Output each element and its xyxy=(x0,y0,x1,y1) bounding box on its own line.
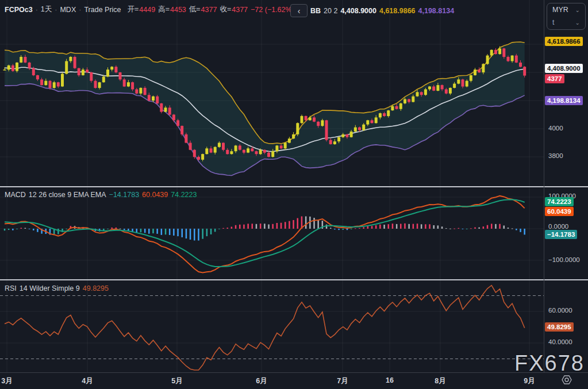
bb-lower-badge: 4,198.8134 xyxy=(545,96,583,105)
time-tick-label: 5月 xyxy=(171,376,182,386)
bb-params: 20 2 xyxy=(324,7,337,15)
unit-value: t xyxy=(552,18,554,26)
bb-upper-badge: 4,618.9866 xyxy=(545,37,583,46)
price-level-4000: 4000 xyxy=(548,125,563,132)
bb-lower-value: 4,198.8134 xyxy=(418,7,455,15)
macd-level-zero: 0.0000 xyxy=(548,223,568,230)
time-tick-label: 7月 xyxy=(337,376,348,386)
time-axis[interactable]: 3月4月5月6月7月168月9月 xyxy=(0,372,588,389)
chevron-down-icon: ⌄ xyxy=(575,20,580,26)
low-label: 低= xyxy=(189,5,201,14)
rsi-level-40: 40.0000 xyxy=(548,338,572,345)
open-value: 4449 xyxy=(139,6,155,14)
chevron-down-icon: ⌄ xyxy=(575,7,580,13)
bb-legend: ‹ BB 20 2 4,408.9000 4,618.9866 4,198.81… xyxy=(290,4,457,17)
close-label: 收= xyxy=(220,5,231,14)
close-value: 4377 xyxy=(232,6,248,14)
currency-selector[interactable]: MYR ⌄ xyxy=(547,3,585,16)
rsi-name[interactable]: RSI xyxy=(5,284,17,292)
macd-hist-value: −14.1783 xyxy=(109,191,139,199)
price-level-3800: 3800 xyxy=(548,152,563,159)
bb-name[interactable]: BB xyxy=(310,7,321,15)
macd-pane[interactable] xyxy=(0,187,544,279)
time-tick-label: 16 xyxy=(386,376,394,384)
last-price-badge: 4377 xyxy=(545,74,564,83)
collapse-indicators-button[interactable]: ‹ xyxy=(290,4,308,17)
gear-icon[interactable] xyxy=(561,374,572,388)
time-tick-label: 4月 xyxy=(82,376,93,386)
macd-legend: MACD 12 26 close 9 EMA EMA −14.1783 60.0… xyxy=(5,191,199,199)
macd-name[interactable]: MACD xyxy=(5,191,26,199)
rsi-pane[interactable] xyxy=(0,280,544,372)
rsi-value: 49.8295 xyxy=(83,284,109,292)
macd-hist-badge: −14.1783 xyxy=(545,230,577,239)
bb-basis-value: 4,408.9000 xyxy=(340,7,376,15)
exchange-label: MDX xyxy=(60,6,76,14)
price-axis[interactable]: 4,618.9866 4,408.9000 4377 4,198.8134 40… xyxy=(544,0,588,372)
rsi-legend: RSI 14 Wilder Simple 9 49.8295 xyxy=(5,284,112,292)
bb-upper-value: 4,618.9866 xyxy=(379,7,416,15)
price-pane[interactable] xyxy=(0,0,544,186)
unit-selector[interactable]: t ⌄ xyxy=(547,16,585,29)
low-value: 4377 xyxy=(201,6,217,14)
macd-signal-value: 74.2223 xyxy=(171,191,197,199)
time-tick-label: 3月 xyxy=(1,376,12,386)
time-tick-label: 9月 xyxy=(524,376,535,386)
macd-signal-badge: 74.2223 xyxy=(545,197,574,206)
rsi-value-badge: 49.8295 xyxy=(545,322,574,332)
scale-settings-box: MYR ⌄ t ⌄ xyxy=(547,3,586,30)
high-label: 高= xyxy=(158,5,170,14)
rsi-level-60: 60.0000 xyxy=(548,307,572,314)
chart-window: FCPOc3 · 1天 · MDX · Trade Price 开= 4449 … xyxy=(0,0,588,389)
macd-line-value: 60.0439 xyxy=(142,191,168,199)
change-value: −72 (−1.62%) xyxy=(251,6,294,14)
currency-value: MYR xyxy=(552,6,568,14)
symbol-name[interactable]: FCPOc3 xyxy=(5,6,33,14)
main-chart-legend: FCPOc3 · 1天 · MDX · Trade Price 开= 4449 … xyxy=(5,5,297,14)
bb-basis-badge: 4,408.9000 xyxy=(545,64,583,73)
time-tick-label: 6月 xyxy=(256,376,267,386)
open-label: 开= xyxy=(128,5,139,14)
macd-params: 12 26 close 9 EMA EMA xyxy=(29,191,106,199)
rsi-params: 14 Wilder Simple 9 xyxy=(20,284,80,292)
time-tick-label: 8月 xyxy=(435,376,445,386)
interval-label[interactable]: 1天 xyxy=(41,5,52,14)
macd-line-badge: 60.0439 xyxy=(545,207,574,216)
price-type-label: Trade Price xyxy=(84,6,121,14)
high-value: 4453 xyxy=(170,6,186,14)
macd-level-neg100: −100.0000 xyxy=(548,256,580,263)
